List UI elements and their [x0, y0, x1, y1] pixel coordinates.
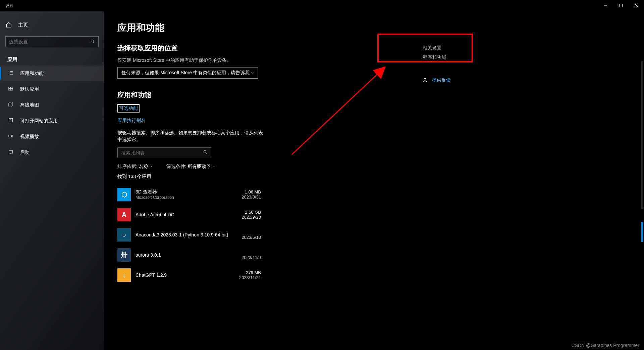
- app-source-dropdown[interactable]: 任何来源，但如果 Microsoft Store 中有类似的应用，请告诉我: [117, 67, 258, 79]
- app-search-box[interactable]: [117, 147, 211, 158]
- title-bar: 设置: [0, 0, 644, 11]
- svg-rect-18: [9, 135, 12, 137]
- app-row[interactable]: ↓ ChatGPT 1.2.9 279 MB 2023/11/21: [117, 265, 261, 285]
- defaults-icon: [7, 86, 14, 93]
- svg-line-5: [93, 42, 94, 43]
- app-icon: A: [117, 208, 131, 221]
- nav-label: 启动: [20, 149, 30, 156]
- app-date: 2023/11/9: [241, 255, 261, 260]
- source-helper-text: 仅安装 Microsoft Store 中的应用有助于保护你的设备。: [117, 57, 631, 63]
- app-row[interactable]: ⬡ 3D 查看器 Microsoft Corporation 1.06 MB 2…: [117, 184, 261, 205]
- svg-rect-15: [11, 89, 13, 90]
- svg-rect-14: [9, 89, 10, 90]
- section-source-title: 选择获取应用的位置: [117, 44, 631, 53]
- app-meta: 279 MB 2023/11/21: [239, 270, 261, 280]
- svg-point-24: [424, 78, 426, 80]
- app-info: ChatGPT 1.2.9: [136, 272, 234, 278]
- app-icon: ⬡: [117, 188, 131, 201]
- app-name: 3D 查看器: [136, 189, 237, 195]
- app-row[interactable]: 卅 aurora 3.0.1 2023/11/9: [117, 245, 261, 265]
- close-button[interactable]: [629, 0, 644, 11]
- settings-search[interactable]: [5, 36, 99, 47]
- chevron-down-icon: [212, 165, 216, 168]
- settings-search-input[interactable]: [9, 39, 90, 44]
- home-label: 主页: [18, 22, 28, 28]
- sidebar: 主页 应用 应用和功能 默认应用 离线地图: [0, 11, 104, 350]
- content-area: 应用和功能 选择获取应用的位置 仅安装 Microsoft Store 中的应用…: [104, 11, 644, 350]
- app-icon: 卅: [117, 248, 131, 262]
- app-row[interactable]: A Adobe Acrobat DC 2.66 GB 2022/9/23: [117, 205, 261, 225]
- map-icon: [7, 102, 14, 108]
- feedback-row[interactable]: 提供反馈: [423, 77, 517, 83]
- app-count: 找到 133 个应用: [117, 174, 631, 180]
- window-title: 设置: [5, 3, 13, 9]
- app-search-input[interactable]: [121, 150, 203, 156]
- search-icon: [90, 39, 95, 45]
- scrollbar-thumb[interactable]: [641, 222, 643, 242]
- app-name: ChatGPT 1.2.9: [136, 272, 234, 278]
- nav-default-apps[interactable]: 默认应用: [0, 81, 104, 97]
- feedback-link[interactable]: 提供反馈: [432, 77, 451, 83]
- nav-video-playback[interactable]: 视频播放: [0, 129, 104, 144]
- app-name: Anaconda3 2023.03-1 (Python 3.10.9 64-bi…: [136, 232, 237, 237]
- nav-label: 默认应用: [20, 86, 39, 92]
- scrollbar-track[interactable]: [641, 61, 643, 209]
- app-date: 2022/9/23: [241, 215, 261, 220]
- app-info: 3D 查看器 Microsoft Corporation: [136, 189, 237, 200]
- chevron-down-icon: [150, 165, 153, 168]
- app-size: 279 MB: [239, 270, 261, 275]
- home-icon: [5, 21, 12, 28]
- minimize-button[interactable]: [598, 0, 613, 11]
- app-meta: 2.66 GB 2022/9/23: [241, 210, 261, 220]
- nav-website-apps[interactable]: 可打开网站的应用: [0, 113, 104, 129]
- app-row[interactable]: ○ Anaconda3 2023.03-1 (Python 3.10.9 64-…: [117, 225, 261, 245]
- watermark: CSDN @Sarapines Programmer: [572, 343, 640, 348]
- section-apps-title: 应用和功能: [117, 90, 631, 99]
- app-info: Anaconda3 2023.03-1 (Python 3.10.9 64-bi…: [136, 232, 237, 237]
- startup-icon: [7, 149, 14, 156]
- annotation-red-box: [377, 34, 473, 62]
- app-meta: 1.06 MB 2023/8/31: [241, 189, 261, 200]
- nav-label: 视频播放: [20, 134, 39, 140]
- nav-apps-features[interactable]: 应用和功能: [0, 65, 104, 81]
- svg-rect-1: [620, 4, 623, 7]
- svg-rect-20: [9, 150, 13, 153]
- app-date: 2023/8/31: [241, 194, 261, 200]
- app-publisher: Microsoft Corporation: [136, 195, 237, 200]
- svg-marker-19: [12, 135, 13, 137]
- maximize-button[interactable]: [613, 0, 629, 11]
- nav-offline-maps[interactable]: 离线地图: [0, 97, 104, 113]
- filter-by-control[interactable]: 筛选条件: 所有驱动器: [166, 164, 216, 170]
- svg-line-23: [206, 152, 207, 154]
- sort-filter-row: 排序依据: 名称 筛选条件: 所有驱动器: [117, 164, 631, 170]
- optional-features-link-focused[interactable]: 可选功能: [117, 104, 140, 113]
- app-date: 2023/5/10: [241, 235, 261, 240]
- chevron-down-icon: [250, 71, 254, 75]
- open-website-icon: [7, 118, 14, 124]
- instructions-text: 按驱动器搜索、排序和筛选。如果想要卸载或移动某个应用，请从列表中选择它。: [117, 130, 265, 143]
- app-name: Adobe Acrobat DC: [136, 212, 237, 217]
- app-alias-link[interactable]: 应用执行别名: [117, 118, 146, 124]
- app-icon: ○: [117, 228, 131, 242]
- app-info: Adobe Acrobat DC: [136, 212, 237, 217]
- page-title: 应用和功能: [117, 21, 631, 34]
- app-list: ⬡ 3D 查看器 Microsoft Corporation 1.06 MB 2…: [117, 184, 261, 285]
- optional-features-link[interactable]: 可选功能: [119, 105, 138, 111]
- app-meta: 2023/5/10: [241, 230, 261, 240]
- svg-rect-12: [9, 87, 10, 88]
- app-size: 1.06 MB: [241, 189, 261, 194]
- list-icon: [7, 70, 14, 77]
- search-icon: [203, 150, 208, 156]
- video-icon: [7, 133, 14, 140]
- nav-label: 可打开网站的应用: [20, 118, 58, 124]
- app-meta: 2023/11/9: [241, 250, 261, 260]
- svg-rect-17: [9, 118, 13, 122]
- feedback-icon: [423, 77, 429, 83]
- nav-startup[interactable]: 启动: [0, 144, 104, 160]
- home-button[interactable]: 主页: [0, 18, 104, 32]
- app-icon: ↓: [117, 268, 131, 282]
- category-label: 应用: [0, 51, 104, 65]
- app-name: aurora 3.0.1: [136, 252, 237, 258]
- sort-by-control[interactable]: 排序依据: 名称: [117, 164, 153, 170]
- app-size: 2.66 GB: [241, 210, 261, 215]
